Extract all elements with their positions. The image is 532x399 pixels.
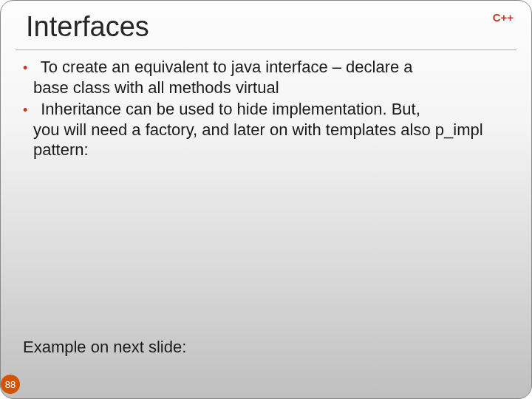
bullet-icon: • [23,102,36,119]
slide: Interfaces C++ • To create an equivalent… [0,0,532,399]
title-divider [16,50,516,50]
bullet-text-line1: Inheritance can be used to hide implemen… [41,100,420,118]
bullet-icon: • [23,60,36,77]
page-number: 88 [5,379,16,390]
body-content: • To create an equivalent to java interf… [23,57,509,162]
bullet-item: • Inheritance can be used to hide implem… [23,99,509,160]
bullet-text-line1: To create an equivalent to java interfac… [41,58,413,76]
page-title: Interfaces [26,11,149,43]
example-note: Example on next slide: [23,338,186,357]
page-number-badge: 88 [1,375,20,394]
language-badge: C++ [493,11,514,24]
bullet-text-cont: you will need a factory, and later on wi… [33,120,509,160]
bullet-text-cont: base class with all methods virtual [33,78,509,98]
bullet-item: • To create an equivalent to java interf… [23,57,509,98]
